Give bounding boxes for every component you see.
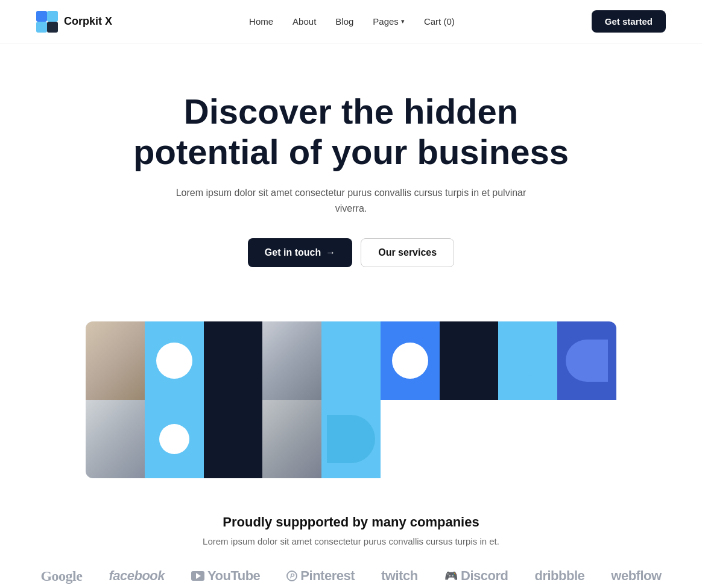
hero-section: Discover the hidden potential of your bu…: [0, 43, 702, 291]
grid-cell-dark-half: [440, 321, 499, 400]
youtube-icon: [191, 571, 204, 581]
nav-links: Home About Blog Pages ▾ Cart (0): [249, 16, 455, 27]
brand-youtube: YouTube: [191, 568, 260, 584]
pinterest-icon: P: [286, 571, 297, 581]
brand-webflow: webflow: [611, 568, 661, 584]
grid-cell-dark2: [204, 400, 263, 478]
grid-cell-photo-woman: [86, 321, 145, 400]
grid-cell-blue-circle: [381, 321, 440, 400]
grid-cell-cyan-2: [321, 321, 381, 400]
grid-cell-cyan-circle2: [145, 400, 204, 478]
grid-cell-cyan-d: [321, 400, 381, 478]
brands-logos: Google facebook YouTube P Pinterest twit…: [12, 568, 690, 584]
hero-headline: Discover the hidden potential of your bu…: [116, 92, 586, 172]
image-grid: [86, 321, 616, 478]
brands-subtext: Lorem ipsum dolor sit amet consectetur p…: [200, 536, 502, 546]
brand-google: Google: [40, 568, 82, 584]
brand-pinterest: P Pinterest: [286, 568, 355, 584]
nav-cart[interactable]: Cart (0): [424, 16, 455, 27]
logo-text: Corpkit X: [64, 15, 112, 28]
hero-buttons: Get in touch → Our services: [12, 238, 690, 267]
brands-section: Proudly suppported by many companies Lor…: [0, 478, 702, 588]
logo-link[interactable]: Corpkit X: [36, 11, 112, 33]
discord-icon: 🎮: [444, 569, 458, 583]
grid-cell-photo-couple: [262, 321, 321, 400]
brand-discord: 🎮 Discord: [444, 568, 508, 584]
chevron-down-icon: ▾: [401, 17, 405, 25]
nav-about[interactable]: About: [292, 16, 316, 27]
grid-cell-cyan-half: [498, 321, 557, 400]
arrow-icon: →: [326, 247, 335, 258]
get-in-touch-button[interactable]: Get in touch →: [248, 238, 352, 267]
hero-subtext: Lorem ipsum dolor sit amet consectetur p…: [170, 185, 532, 216]
logo-icon: [36, 11, 58, 33]
nav-pages-dropdown[interactable]: Pages ▾: [373, 16, 405, 27]
grid-cell-photo-woman2: [262, 400, 321, 478]
get-started-button[interactable]: Get started: [592, 10, 666, 33]
grid-cell-photo-men: [86, 400, 145, 478]
navbar: Corpkit X Home About Blog Pages ▾ Cart (…: [0, 0, 702, 43]
brand-twitch: twitch: [381, 568, 418, 584]
nav-home[interactable]: Home: [249, 16, 273, 27]
grid-cell-dark-circle: [204, 321, 263, 400]
nav-blog[interactable]: Blog: [335, 16, 353, 27]
brands-title: Proudly suppported by many companies: [12, 514, 690, 530]
our-services-button[interactable]: Our services: [361, 238, 454, 267]
brand-facebook: facebook: [109, 568, 165, 584]
brand-dribbble: dribbble: [535, 568, 585, 584]
grid-cell-blue-rect: [557, 321, 616, 400]
grid-cell-cyan-circle: [145, 321, 204, 400]
